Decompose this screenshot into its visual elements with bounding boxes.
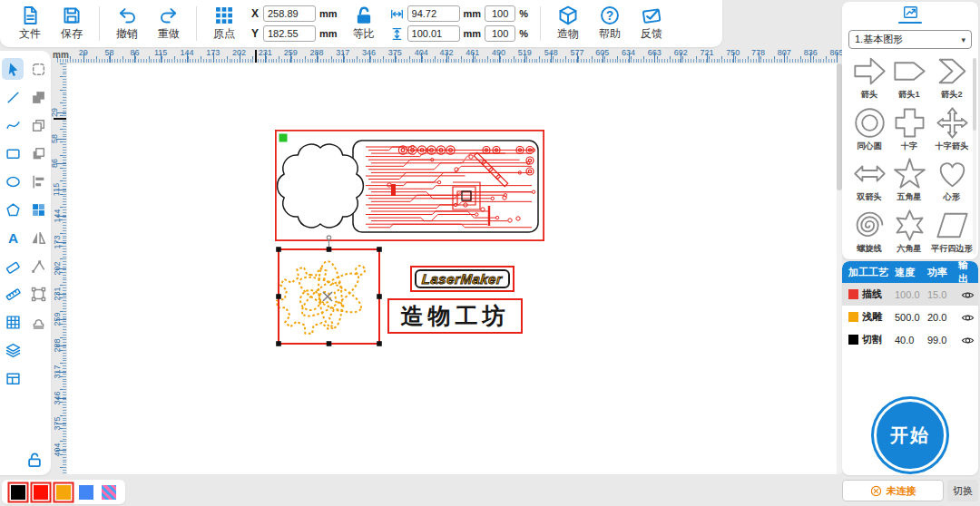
shape-label: 六角星 bbox=[897, 242, 922, 254]
rectangle-tool[interactable] bbox=[2, 142, 24, 164]
category-label: 1.基本图形 bbox=[855, 33, 903, 46]
library-tab[interactable] bbox=[842, 2, 978, 27]
layers-tool[interactable] bbox=[2, 339, 24, 361]
parallelogram-icon bbox=[936, 209, 969, 242]
canvas-lock-icon[interactable] bbox=[26, 452, 43, 468]
column-header: 速度 bbox=[895, 266, 927, 279]
boolean-union-tool[interactable] bbox=[27, 86, 49, 108]
category-dropdown[interactable]: 1.基本图形 ▾ bbox=[848, 30, 972, 49]
mirror-tool[interactable] bbox=[27, 227, 49, 248]
start-button[interactable]: 开始 bbox=[874, 399, 946, 472]
feedback-button[interactable]: 反馈 bbox=[631, 3, 672, 44]
layer-color-swatch bbox=[848, 289, 858, 299]
connection-status[interactable]: 未连接 bbox=[842, 480, 944, 501]
eraser-tool[interactable] bbox=[2, 255, 24, 277]
shape-cross[interactable]: 十字 bbox=[889, 106, 929, 155]
visibility-eye-icon[interactable] bbox=[961, 311, 975, 323]
process-row-浅雕[interactable]: 浅雕500.020.0 bbox=[842, 306, 978, 328]
polygon-tool[interactable] bbox=[2, 199, 24, 220]
column-header: 加工工艺 bbox=[842, 266, 895, 279]
color-swatch-black[interactable] bbox=[11, 485, 25, 500]
y-position-input[interactable] bbox=[263, 25, 316, 42]
x-position-input[interactable] bbox=[263, 5, 316, 22]
visibility-eye-icon[interactable] bbox=[961, 288, 975, 300]
color-swatch-red[interactable] bbox=[34, 485, 48, 500]
process-row-描线[interactable]: 描线100.015.0 bbox=[842, 283, 978, 306]
disconnected-icon bbox=[870, 485, 882, 497]
measure-tool[interactable] bbox=[2, 283, 24, 305]
arrow2-icon bbox=[936, 54, 969, 88]
color-swatch-orange[interactable] bbox=[56, 485, 71, 500]
spiral-icon bbox=[853, 209, 887, 242]
duplicate-tool[interactable] bbox=[27, 114, 49, 136]
ellipse-tool[interactable] bbox=[2, 170, 24, 192]
lasermaker-logo-object[interactable]: LaserMaker bbox=[410, 266, 514, 292]
gear-atom-drawing bbox=[277, 260, 366, 334]
color-swatch-rainbow[interactable] bbox=[102, 485, 116, 500]
y-label: Y bbox=[250, 27, 260, 40]
color-grid-tool[interactable] bbox=[27, 199, 49, 220]
line-tool[interactable] bbox=[2, 86, 24, 108]
cube-icon bbox=[558, 5, 578, 25]
shape-star5[interactable]: 五角星 bbox=[889, 157, 929, 206]
shape-heart[interactable]: 心形 bbox=[929, 157, 975, 206]
shape-star6[interactable]: 六角星 bbox=[889, 209, 929, 258]
feedback-icon bbox=[642, 5, 662, 25]
shape-label: 双箭头 bbox=[857, 191, 882, 203]
frame-tool[interactable] bbox=[27, 283, 49, 305]
double_arrow-icon bbox=[853, 157, 887, 190]
aspect-lock-button[interactable]: 等比 bbox=[343, 3, 385, 44]
align-tool[interactable] bbox=[27, 170, 49, 192]
origin-grid-icon bbox=[214, 5, 234, 25]
save-button[interactable]: 保存 bbox=[51, 3, 93, 44]
star5-icon bbox=[893, 157, 926, 190]
marquee-select-tool[interactable] bbox=[27, 58, 49, 80]
layout-tool[interactable] bbox=[2, 367, 24, 389]
node-edit-tool[interactable] bbox=[27, 255, 49, 277]
process-row-切割[interactable]: 切割40.099.0 bbox=[842, 328, 978, 351]
shape-concentric[interactable]: 同心圆 bbox=[849, 106, 889, 155]
design-canvas[interactable]: LaserMaker 造物工坊 bbox=[67, 63, 837, 474]
shape-label: 五角星 bbox=[897, 191, 922, 203]
process-table-header: 加工工艺速度功率输出 bbox=[842, 261, 978, 283]
shape-parallelogram[interactable]: 平行四边形 bbox=[929, 209, 975, 258]
curve-tool[interactable] bbox=[2, 114, 24, 136]
shape-arrow[interactable]: 箭头 bbox=[849, 54, 889, 103]
power-value: 99.0 bbox=[927, 335, 958, 345]
height-percent-input[interactable] bbox=[485, 25, 515, 42]
shape-gallery: 箭头箭头1箭头2同心圆十字十字箭头双箭头五角星心形螺旋线六角星平行四边形 bbox=[842, 51, 978, 259]
visibility-eye-icon[interactable] bbox=[961, 334, 975, 345]
shape-cross_arrow[interactable]: 十字箭头 bbox=[929, 106, 975, 155]
width-input[interactable] bbox=[407, 5, 460, 22]
color-swatch-blue[interactable] bbox=[79, 485, 93, 500]
empty-slot bbox=[27, 367, 49, 389]
width-percent-input[interactable] bbox=[485, 5, 515, 22]
undo-button[interactable]: 撤销 bbox=[106, 3, 148, 44]
file-button[interactable]: 文件 bbox=[9, 3, 51, 44]
shape-label: 十字箭头 bbox=[936, 140, 969, 151]
selected-gear-atom-object[interactable] bbox=[272, 243, 386, 350]
shape-label: 箭头1 bbox=[898, 89, 920, 101]
build-button[interactable]: 造物 bbox=[547, 3, 589, 44]
scrollbar-thumb[interactable] bbox=[973, 58, 976, 131]
shape-double_arrow[interactable]: 双箭头 bbox=[849, 157, 889, 206]
boolean-subtract-tool[interactable] bbox=[27, 142, 49, 164]
height-input[interactable] bbox=[407, 25, 460, 42]
circuit-board-object[interactable] bbox=[275, 130, 544, 241]
shape-spiral[interactable]: 螺旋线 bbox=[849, 209, 889, 258]
help-button[interactable]: ? 帮助 bbox=[589, 3, 631, 44]
caption-text-object[interactable]: 造物工坊 bbox=[387, 298, 523, 334]
shape-label: 平行四边形 bbox=[931, 242, 973, 254]
stamp-tool[interactable] bbox=[27, 311, 49, 333]
shape-arrow2[interactable]: 箭头2 bbox=[929, 54, 975, 103]
power-value: 20.0 bbox=[927, 312, 958, 323]
redo-button[interactable]: 重做 bbox=[148, 3, 190, 44]
switch-device-button[interactable]: 切换 bbox=[947, 480, 978, 501]
select-tool[interactable] bbox=[2, 58, 24, 80]
origin-button[interactable]: 原点 bbox=[203, 3, 245, 44]
text-tool[interactable]: A bbox=[2, 227, 24, 248]
column-header: 功率 bbox=[927, 266, 958, 279]
grid-tool[interactable] bbox=[2, 311, 24, 333]
active-tab-underline bbox=[898, 22, 922, 24]
shape-arrow1[interactable]: 箭头1 bbox=[889, 54, 929, 103]
